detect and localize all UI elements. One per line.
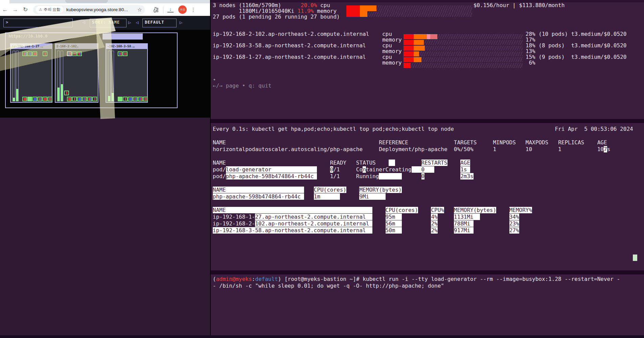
tooltip-box [102,33,143,40]
memory-gauge [16,51,19,101]
pod-box[interactable] [43,51,47,56]
terminal-line [213,20,642,25]
bookmark-star-icon[interactable]: ☆ [136,6,142,13]
pod-box[interactable] [48,97,52,101]
node-box[interactable]: ip-192-168-1-27.… [10,43,52,103]
pod-box[interactable] [43,97,47,101]
omnibox[interactable]: ⚠ 주의 요함 kubeopsview.yooga.store:80... ☆ [33,5,145,15]
terminal-line: NAME READY STATUS RESTARTS AGE [213,160,642,166]
usage-bar [404,34,523,39]
usage-bar [346,11,472,17]
pod-box[interactable] [92,97,97,101]
pod-box[interactable] [32,51,37,56]
active-tab[interactable] [0,0,9,3]
node-header: ip-192-168-1-27.… [11,44,52,49]
usage-bar [404,57,523,62]
terminal-line [213,180,642,187]
pod-box[interactable] [123,51,128,56]
back-button[interactable]: ← [0,6,10,13]
theme-select[interactable]: DEFAULT [142,19,177,27]
pod-box[interactable] [77,51,82,56]
sort-prev-button[interactable]: ◁ [82,20,85,25]
terminal-line: - /bin/sh -c "while sleep 0.01; do wget … [213,283,642,289]
pod-box[interactable] [133,97,138,101]
shell-pane[interactable]: (admin@myeks:default) [root@myeks-bastio… [213,274,642,289]
pod-box[interactable] [67,51,72,56]
reload-button[interactable]: ↻ [20,6,30,13]
browser-toolbar: ← → ↻ ⚠ 주의 요함 kubeopsview.yooga.store:80… [0,3,210,16]
pod-box[interactable] [87,97,92,101]
terminal-line [213,153,642,160]
pane-separator [211,119,644,123]
pod-box[interactable] [67,97,72,101]
pod-box[interactable] [118,97,122,101]
usage-bar [404,40,523,45]
terminal-line: (admin@myeks:default) [root@myeks-bastio… [213,276,642,283]
node-box[interactable]: 2-168-2-102… [55,43,98,103]
bottom-strip [0,335,644,338]
pod-box[interactable] [32,97,37,101]
sort-next-button[interactable]: ▷ [128,20,131,25]
pod-box[interactable] [22,97,27,101]
screen: ← → ↻ ⚠ 주의 요함 kubeopsview.yooga.store:80… [0,0,644,338]
download-icon[interactable]: ↓ [167,7,174,13]
opsview-toolbar: > ◁ SORT: NAME ▷ ◁ DEFAULT ▷ [0,16,210,30]
cluster-title: https://10.100.0 [8,34,48,39]
search-input[interactable]: > [3,19,73,27]
pod-box[interactable] [72,97,77,101]
node-box[interactable]: -192-168-3-58.… [106,43,148,103]
terminal-line: Every 0.1s: kubectl get hpa,pod;echo;kub… [213,126,642,132]
pod-box[interactable] [64,91,69,95]
pod-box[interactable] [82,97,87,101]
terminal-line [213,132,642,139]
forward-button[interactable]: → [10,6,20,13]
pod-box[interactable] [72,51,77,56]
node-header: 2-168-2-102… [55,44,98,49]
cursor-block [633,255,637,261]
watch-pane[interactable]: Every 0.1s: kubectl get hpa,pod;echo;kub… [213,123,642,234]
theme-next-button[interactable]: ▷ [180,20,182,25]
terminal-line: pod/php-apache-598b474864-rb44c 1/1 Runn… [213,173,642,180]
terminal-line: NAME CPU(cores) CPU% MEMORY(bytes) MEMOR… [213,207,642,214]
usage-bar [404,46,523,51]
browser-window: ← → ↻ ⚠ 주의 요함 kubeopsview.yooga.store:80… [0,0,210,338]
pod-box[interactable] [27,97,32,101]
pod-box[interactable] [118,51,122,56]
pod-box[interactable] [38,97,42,101]
usage-bar [346,5,472,11]
pod-box[interactable] [22,51,27,56]
terminal-line: ip-192-168-1-27.ap-northeast-2.compute.i… [213,214,642,220]
pane-separator [211,270,644,274]
profile-avatar[interactable]: 가인 [178,5,187,14]
memory-gauge [111,51,114,101]
cpu-gauge [108,51,111,101]
terminal-line: php-apache-598b474864-rb44c 1m 9Mi [213,193,642,200]
pod-box[interactable] [123,97,128,101]
pod-box[interactable] [77,97,82,101]
tab-fragment [65,0,108,3]
cpu-gauge [57,51,60,101]
theme-prev-button[interactable]: ◁ [136,20,138,25]
extensions-icon[interactable] [153,7,158,13]
security-chip[interactable]: ⚠ 주의 요함 [36,6,63,13]
terminal-line: ip-192-168-2-102.ap-northeast-2.compute.… [213,220,642,227]
pod-box[interactable] [128,97,133,101]
terminal-line: horizontalpodautoscaler.autoscaling/php-… [213,146,642,153]
toolbar-divider [163,6,163,14]
tab-strip[interactable] [0,0,210,3]
warning-icon: ⚠ [39,7,42,12]
usage-bar [404,63,523,68]
terminal-line: • [213,77,642,83]
pod-box[interactable] [138,97,143,101]
terminal-line [213,25,642,31]
opsview-canvas[interactable]: https://10.100.0 ip-192-168-1-27.…2-168-… [0,30,210,118]
terminal-line: pod/load-generator 0/1 ContainerCreating… [213,166,642,173]
terminal-line [213,71,642,77]
sort-select[interactable]: SORT: NAME [90,19,127,27]
pod-box[interactable] [27,51,32,56]
menu-kebab-icon[interactable]: ⋮ [191,7,196,13]
cpu-gauge [13,51,15,101]
pod-box[interactable] [143,97,148,101]
terminal-line [213,200,642,207]
url-text[interactable]: kubeopsview.yooga.store:80... [66,7,136,12]
